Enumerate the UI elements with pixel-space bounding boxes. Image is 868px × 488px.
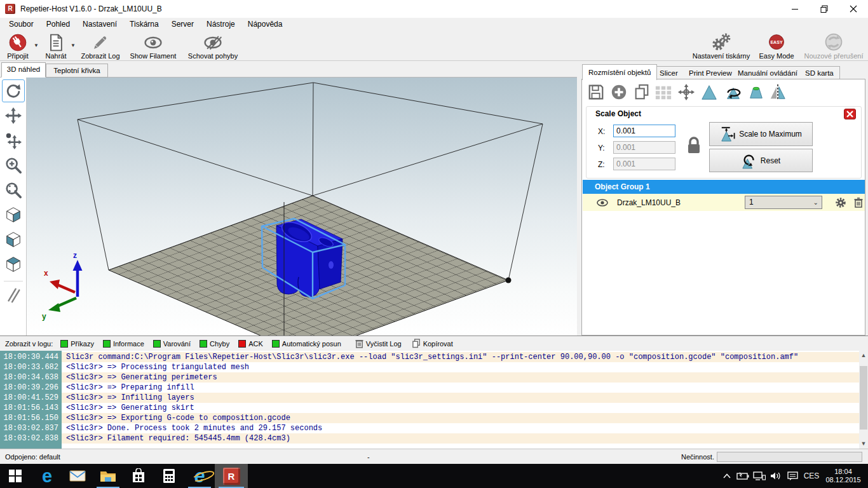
svg-text:z: z xyxy=(73,251,77,260)
lock-aspect-button[interactable] xyxy=(685,135,703,156)
toggle-commands[interactable]: Příkazy xyxy=(60,340,94,348)
object-group-header[interactable]: Object Group 1 xyxy=(583,180,865,194)
restore-button[interactable] xyxy=(810,0,839,18)
folder-icon xyxy=(100,470,116,483)
tab-print-preview[interactable]: Print Preview xyxy=(683,66,738,79)
front-view-button[interactable] xyxy=(2,228,25,251)
clear-log-button[interactable]: Vyčistit Log xyxy=(355,339,402,348)
main-toolbar: Připojit ▼ Nahrát ▼ Zobrazit Log Show Fi… xyxy=(0,30,868,61)
scale-to-maximum-button[interactable]: Scale to Maximum xyxy=(709,122,813,146)
show-filament-button[interactable]: Show Filament xyxy=(126,32,180,60)
center-object-button[interactable] xyxy=(676,82,696,102)
copy-log-button[interactable]: Kopírovat xyxy=(412,339,453,348)
menu-nastaveni[interactable]: Nastavení xyxy=(76,18,123,30)
tray-clock[interactable]: 18:04 08.12.2015 xyxy=(822,464,864,488)
fit-view-icon xyxy=(4,181,22,199)
menu-soubor[interactable]: Soubor xyxy=(3,18,40,30)
move-object-button[interactable] xyxy=(2,129,25,152)
tab-slicer[interactable]: Slicer xyxy=(654,66,684,79)
fit-view-button[interactable] xyxy=(2,179,25,201)
scroll-up-icon[interactable]: ▲ xyxy=(859,351,868,360)
object-copies-select[interactable]: 1 ⌄ xyxy=(745,196,822,209)
start-button[interactable] xyxy=(0,464,31,488)
isometric-view-button[interactable] xyxy=(2,203,25,226)
reset-button[interactable]: Reset xyxy=(709,149,813,172)
object-trash-icon xyxy=(854,198,863,208)
log-output[interactable]: 18:00:30.444Slic3r command:C:\Program Fi… xyxy=(0,351,868,449)
taskbar-store[interactable] xyxy=(123,464,154,488)
toggle-warnings[interactable]: Varování xyxy=(153,340,191,348)
menu-server[interactable]: Server xyxy=(165,18,200,30)
tray-network[interactable] xyxy=(751,464,768,488)
add-object-button[interactable] xyxy=(609,82,629,102)
document-icon xyxy=(46,32,65,53)
rotate-object-button[interactable] xyxy=(723,82,743,102)
parallel-projection-button[interactable] xyxy=(2,283,25,306)
tab-3d-preview[interactable]: 3D náhled xyxy=(1,62,46,78)
scale-x-label: X: xyxy=(598,127,605,136)
zoom-button[interactable] xyxy=(2,154,25,177)
close-button[interactable] xyxy=(839,0,868,18)
log-filter-bar: Zobrazit v logu: Příkazy Informace Varov… xyxy=(0,336,868,351)
lay-flat-button[interactable] xyxy=(746,82,766,102)
save-composition-button[interactable] xyxy=(586,82,606,102)
object-list-row[interactable]: Drzak_LM10UU_B 1 ⌄ xyxy=(583,194,865,211)
rotate-view-button[interactable] xyxy=(2,79,25,102)
mirror-object-button[interactable] xyxy=(768,82,788,102)
top-view-button[interactable] xyxy=(2,253,25,276)
clock-date: 08.12.2015 xyxy=(825,476,860,484)
load-button[interactable]: Nahrát xyxy=(41,32,71,60)
taskbar-edge[interactable]: e xyxy=(32,464,62,488)
move-object-icon xyxy=(4,132,22,149)
log-row: 18:00:33.682<Slic3r> => Processing trian… xyxy=(0,362,859,372)
scale-x-input[interactable] xyxy=(613,125,675,137)
connect-button[interactable]: Připojit xyxy=(3,32,33,60)
top-view-icon xyxy=(4,255,22,273)
printer-settings-button[interactable]: Nastavení tiskárny xyxy=(689,32,753,60)
copy-object-button[interactable] xyxy=(632,82,652,102)
scale-close-button[interactable] xyxy=(844,109,856,119)
easy-mode-button[interactable]: EASY Easy Mode xyxy=(757,32,796,60)
connect-dropdown[interactable]: ▼ xyxy=(33,41,39,51)
autoposition-button xyxy=(653,82,674,102)
menu-nastroje[interactable]: Nástroje xyxy=(200,18,241,30)
taskbar-mail[interactable] xyxy=(62,464,93,488)
taskbar-calculator[interactable] xyxy=(154,464,184,488)
tray-volume[interactable] xyxy=(768,464,784,488)
menu-tiskarna[interactable]: Tiskárna xyxy=(123,18,165,30)
minimize-button[interactable] xyxy=(780,0,810,18)
tab-sd-card[interactable]: SD karta xyxy=(799,66,840,79)
tray-notifications[interactable] xyxy=(784,464,801,488)
hide-moves-button[interactable]: Schovat pohyby xyxy=(184,32,241,60)
scroll-thumb[interactable] xyxy=(860,366,867,430)
tab-temperature-curve[interactable]: Teplotní křivka xyxy=(46,64,108,78)
object-delete-button[interactable] xyxy=(854,198,863,208)
toggle-errors[interactable]: Chyby xyxy=(200,340,229,348)
toggle-ack[interactable]: ACK xyxy=(238,340,263,348)
parallel-projection-icon xyxy=(4,286,22,304)
log-scrollbar[interactable]: ▲ ▼ xyxy=(859,351,868,449)
tray-battery[interactable] xyxy=(735,464,751,488)
taskbar-repetier-host[interactable]: R xyxy=(215,464,248,488)
toggle-autoscroll[interactable]: Automatický posun xyxy=(272,340,341,348)
scale-max-icon xyxy=(720,126,735,142)
scroll-down-icon[interactable]: ▼ xyxy=(859,439,868,449)
taskbar-file-explorer[interactable] xyxy=(93,464,123,488)
load-dropdown[interactable]: ▼ xyxy=(70,41,76,51)
object-settings-button[interactable] xyxy=(836,198,846,208)
scale-z-input xyxy=(613,158,675,170)
taskbar-internet-explorer[interactable]: e xyxy=(184,464,215,488)
show-log-button[interactable]: Zobrazit Log xyxy=(79,32,122,60)
tray-language[interactable]: CES xyxy=(801,464,822,488)
object-visibility-toggle[interactable] xyxy=(597,198,608,207)
tray-chevron[interactable] xyxy=(719,464,735,488)
tab-object-placement[interactable]: Rozmístění objektů xyxy=(582,64,657,80)
scale-object-button[interactable] xyxy=(699,82,719,102)
toggle-info[interactable]: Informace xyxy=(103,340,144,348)
move-view-button[interactable] xyxy=(2,104,25,127)
panel-splitter[interactable] xyxy=(577,61,581,336)
menu-napoveda[interactable]: Nápověda xyxy=(241,18,289,30)
3d-viewport[interactable]: z x y xyxy=(27,78,577,336)
menu-pohled[interactable]: Pohled xyxy=(40,18,76,30)
tab-manual-control[interactable]: Manuální ovládání xyxy=(732,66,804,79)
